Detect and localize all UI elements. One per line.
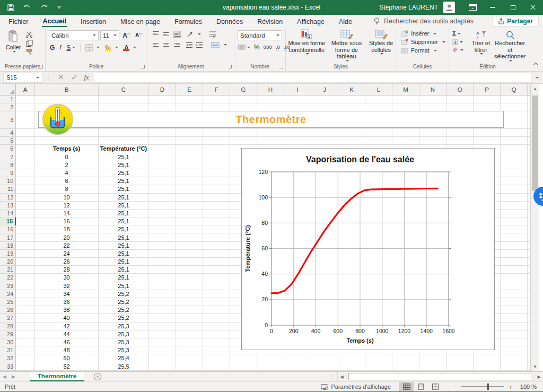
cell-Q18[interactable]	[501, 242, 528, 250]
cell-C30[interactable]: 25,3	[99, 338, 149, 346]
copy-icon[interactable]	[25, 40, 33, 47]
row-header-8[interactable]: 8	[0, 161, 16, 169]
cell-A24[interactable]	[16, 290, 35, 298]
cell-D20[interactable]	[149, 258, 176, 266]
cell-H33[interactable]	[257, 362, 284, 370]
cell-P4[interactable]	[474, 129, 501, 137]
cell-C21[interactable]: 25,1	[99, 266, 149, 274]
cell-E15[interactable]	[176, 217, 203, 225]
cell-H5[interactable]	[257, 137, 284, 145]
cell-F12[interactable]	[203, 194, 230, 202]
dialog-launcher-icon[interactable]	[39, 65, 43, 68]
cell-G1[interactable]	[230, 95, 257, 103]
cell-M4[interactable]	[392, 129, 419, 137]
cell-Q12[interactable]	[501, 194, 528, 202]
cell-B29[interactable]: 44	[35, 330, 99, 338]
cell-Q24[interactable]	[501, 290, 528, 298]
italic-button[interactable]: I	[59, 43, 62, 51]
cell-C18[interactable]: 25,1	[99, 242, 149, 250]
cell-L2[interactable]	[365, 103, 392, 111]
cell-L4[interactable]	[365, 129, 392, 137]
cell-E2[interactable]	[176, 103, 203, 111]
cell-E20[interactable]	[176, 258, 203, 266]
cell-B18[interactable]: 22	[35, 242, 99, 250]
cell-O4[interactable]	[446, 129, 474, 137]
insert-cells-button[interactable]: Insérer	[401, 30, 449, 37]
row-header-25[interactable]: 25	[0, 298, 16, 306]
row-header-19[interactable]: 19	[0, 250, 16, 258]
cell-C7[interactable]: 25,1	[99, 153, 149, 161]
cell-D7[interactable]	[149, 153, 176, 161]
cell-B31[interactable]: 48	[35, 346, 99, 354]
chart[interactable]: 0200400600800100012001400160002040608010…	[241, 148, 495, 350]
cell-F10[interactable]	[203, 177, 230, 185]
cell-A27[interactable]	[16, 314, 35, 322]
cell-F7[interactable]	[203, 153, 230, 161]
cell-D24[interactable]	[149, 290, 176, 298]
cell-C33[interactable]: 25,5	[99, 362, 149, 370]
minimize-button[interactable]	[483, 0, 503, 15]
tab-affichage[interactable]: Affichage	[296, 16, 326, 27]
column-header-C[interactable]: C	[99, 84, 149, 95]
vertical-scrollbar[interactable]: ▲ ▼	[530, 84, 539, 371]
cell-A31[interactable]	[16, 346, 35, 354]
cell-E7[interactable]	[176, 153, 203, 161]
cell-E22[interactable]	[176, 274, 203, 282]
column-header-P[interactable]: P	[474, 84, 501, 95]
cell-M2[interactable]	[392, 103, 419, 111]
customize-qat-icon[interactable]	[57, 5, 62, 10]
increase-decimal-button[interactable]: ,0	[276, 45, 280, 50]
font-name-combo[interactable]: Calibri	[49, 30, 99, 40]
delete-cells-button[interactable]: Supprimer	[401, 39, 449, 45]
cell-Q31[interactable]	[501, 346, 528, 354]
hscroll-right-icon[interactable]: ▶	[535, 372, 543, 381]
cell-L33[interactable]	[365, 362, 392, 370]
cell-P32[interactable]	[474, 354, 501, 362]
cell-F15[interactable]	[203, 217, 230, 225]
cell-C6[interactable]: Température (°C)	[99, 145, 149, 153]
cell-F32[interactable]	[203, 354, 230, 362]
cell-B27[interactable]: 40	[35, 314, 99, 322]
cell-O33[interactable]	[446, 362, 474, 370]
cell-Q10[interactable]	[501, 177, 528, 185]
dialog-launcher-icon[interactable]	[141, 65, 145, 68]
view-page-layout-button[interactable]	[414, 382, 428, 391]
underline-button[interactable]: S	[66, 44, 71, 51]
cell-F11[interactable]	[203, 185, 230, 193]
row-header-29[interactable]: 29	[0, 330, 16, 338]
paste-button[interactable]: Coller	[3, 29, 23, 55]
font-color-icon[interactable]: A	[123, 45, 129, 51]
cell-B10[interactable]: 6	[35, 177, 99, 185]
align-right-icon[interactable]	[173, 41, 181, 48]
cell-D17[interactable]	[149, 233, 176, 241]
cell-A17[interactable]	[16, 233, 35, 241]
cell-P33[interactable]	[474, 362, 501, 370]
row-header-26[interactable]: 26	[0, 306, 16, 314]
cell-A28[interactable]	[16, 323, 35, 330]
cell-Q9[interactable]	[501, 169, 528, 177]
cell-B24[interactable]: 34	[35, 290, 99, 298]
cell-B14[interactable]: 14	[35, 210, 99, 217]
cell-A32[interactable]	[16, 354, 35, 362]
view-page-break-button[interactable]	[428, 382, 442, 391]
cell-F18[interactable]	[203, 242, 230, 250]
cell-B5[interactable]	[35, 137, 99, 145]
cell-F27[interactable]	[203, 314, 230, 322]
cell-D10[interactable]	[149, 177, 176, 185]
cell-B7[interactable]: 0	[35, 153, 99, 161]
cell-I2[interactable]	[284, 103, 311, 111]
row-header-2[interactable]: 2	[0, 103, 16, 111]
cell-D28[interactable]	[149, 323, 176, 330]
cell-E24[interactable]	[176, 290, 203, 298]
cell-L5[interactable]	[365, 137, 392, 145]
cell-D32[interactable]	[149, 354, 176, 362]
cell-E23[interactable]	[176, 282, 203, 290]
cell-C31[interactable]: 25,3	[99, 346, 149, 354]
cell-E33[interactable]	[176, 362, 203, 370]
row-header-12[interactable]: 12	[0, 194, 16, 202]
cell-O2[interactable]	[446, 103, 474, 111]
row-header-22[interactable]: 22	[0, 274, 16, 282]
row-header-16[interactable]: 16	[0, 225, 16, 233]
cell-Q6[interactable]	[501, 145, 528, 153]
cell-H1[interactable]	[257, 95, 284, 103]
